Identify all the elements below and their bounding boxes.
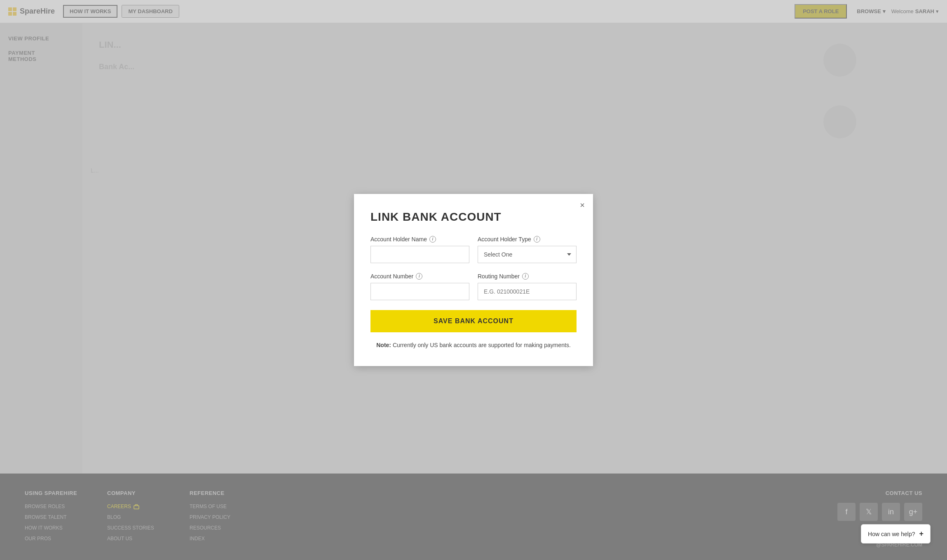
account-number-input[interactable] [370,283,469,300]
account-number-label: Account Number i [370,273,469,280]
note-bold: Note: [376,342,391,348]
account-holder-type-label: Account Holder Type i [478,236,577,243]
help-label: How can we help? [868,531,915,537]
account-holder-type-group: Account Holder Type i Select One Individ… [478,236,577,263]
form-row-top: Account Holder Name i Account Holder Typ… [370,236,577,263]
help-widget[interactable]: How can we help? + [861,524,931,544]
help-plus-icon: + [919,530,924,538]
modal-title: LINK BANK ACCOUNT [370,210,577,224]
account-holder-name-info-icon[interactable]: i [429,236,436,243]
form-row-bottom: Account Number i Routing Number i [370,273,577,300]
modal-overlay[interactable]: × LINK BANK ACCOUNT Account Holder Name … [0,0,947,560]
account-holder-type-select[interactable]: Select One Individual Company [478,246,577,263]
modal-close-button[interactable]: × [580,201,585,210]
routing-number-group: Routing Number i [478,273,577,300]
account-holder-name-label: Account Holder Name i [370,236,469,243]
routing-number-input[interactable] [478,283,577,300]
note-content: Currently only US bank accounts are supp… [391,342,571,348]
link-bank-account-modal: × LINK BANK ACCOUNT Account Holder Name … [354,194,593,366]
account-holder-name-input[interactable] [370,246,469,263]
account-number-group: Account Number i [370,273,469,300]
account-number-info-icon[interactable]: i [416,273,422,280]
routing-number-label: Routing Number i [478,273,577,280]
save-bank-account-button[interactable]: SAVE BANK ACCOUNT [370,310,577,332]
note-paragraph: Note: Currently only US bank accounts ar… [370,341,577,350]
account-holder-type-info-icon[interactable]: i [534,236,540,243]
account-holder-name-group: Account Holder Name i [370,236,469,263]
routing-number-info-icon[interactable]: i [522,273,529,280]
